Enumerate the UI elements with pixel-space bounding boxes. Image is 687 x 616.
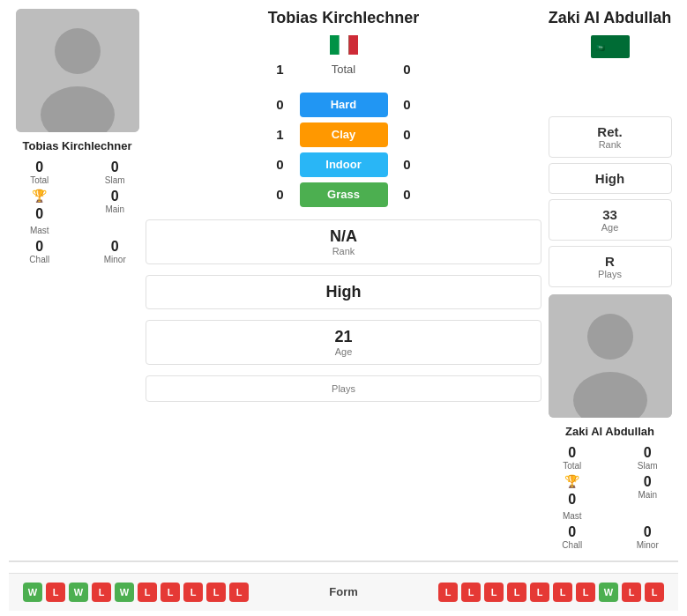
- grass-row: 0 Grass 0: [146, 182, 541, 207]
- total-label: Total: [300, 63, 388, 76]
- player2-total-label: Total: [563, 461, 581, 471]
- player1-avatar: [16, 9, 139, 132]
- form-badge-p2: L: [461, 583, 481, 602]
- player1-header-name: Tobias Kirchlechner: [268, 9, 420, 26]
- player1-stats: 0 Total 0 Slam 🏆 0 Mast 0 Main 0: [9, 160, 146, 264]
- player2-age-box: 33 Age: [549, 199, 672, 241]
- stats-table: 30% (6-14) Career Total W/L 10% (1-9) 0%…: [9, 611, 678, 616]
- player1-plays-box: Plays: [146, 375, 541, 402]
- form-right: LLLLLLLWLL: [390, 583, 665, 602]
- clay-row: 1 Clay 0: [146, 122, 541, 147]
- form-badge-p2: L: [645, 583, 664, 602]
- indoor-badge: Indoor: [300, 152, 388, 177]
- player1-name: Tobias Kirchlechner: [22, 139, 131, 152]
- player1-rank-box: N/A Rank: [146, 219, 541, 264]
- player2-rank-label: Rank: [560, 139, 661, 150]
- player-comparison: Tobias Kirchlechner 0 Total 0 Slam 🏆 0 M…: [9, 9, 678, 550]
- grass-badge: Grass: [300, 182, 388, 207]
- player2-chall-label: Chall: [562, 540, 582, 550]
- svg-point-1: [55, 28, 101, 74]
- clay-right: 0: [399, 127, 416, 142]
- player1-flag: [330, 35, 358, 58]
- player2-minor: 0: [644, 524, 652, 540]
- player2-high-box: High: [549, 163, 672, 194]
- form-badge-p1: W: [69, 583, 88, 602]
- player1-info-boxes: N/A Rank: [146, 219, 541, 270]
- player1-mast: 0: [35, 206, 43, 222]
- player2-area: Zaki Al Abdullah 🇸🇦 Ret. Rank Hig: [541, 9, 678, 550]
- total-right: 0: [399, 62, 416, 77]
- player1-total: 0: [35, 160, 43, 175]
- svg-rect-5: [348, 35, 358, 55]
- player1-slam-label: Slam: [105, 175, 125, 185]
- form-badge-p1: L: [92, 583, 111, 602]
- trophy2-icon: 🏆: [564, 474, 579, 488]
- player2-age-value: 33: [560, 207, 661, 222]
- form-badge-p1: W: [23, 583, 42, 602]
- player2-mast-label: Mast: [563, 511, 582, 521]
- player2-info-panel: Ret. Rank High 33 Age R Plays: [549, 116, 672, 287]
- player2-chall: 0: [568, 524, 576, 540]
- grass-left: 0: [272, 187, 289, 202]
- form-badge-p1: W: [115, 583, 134, 602]
- player2-high-value: High: [560, 171, 661, 186]
- hard-badge: Hard: [300, 93, 388, 117]
- form-badge-p2: L: [622, 583, 641, 602]
- player1-main: 0: [111, 189, 119, 204]
- clay-badge: Clay: [300, 122, 388, 147]
- player1-area: Tobias Kirchlechner 0 Total 0 Slam 🏆 0 M…: [9, 9, 146, 550]
- form-badge-p1: L: [206, 583, 226, 602]
- player1-age-box: 21 Age: [146, 320, 541, 365]
- player2-age-label: Age: [560, 222, 661, 233]
- form-badge-p2: L: [530, 583, 549, 602]
- hard-right: 0: [399, 97, 416, 112]
- player2-main-label: Main: [638, 490, 657, 500]
- form-badge-p1: L: [46, 583, 65, 602]
- player2-plays-value: R: [560, 254, 661, 269]
- player1-minor-label: Minor: [104, 255, 126, 264]
- player1-minor: 0: [111, 239, 119, 255]
- player1-chall-label: Chall: [29, 255, 49, 264]
- player2-header-name: Zaki Al Abdullah: [549, 9, 672, 26]
- form-badge-p1: L: [138, 583, 157, 602]
- form-label: Form: [309, 585, 379, 598]
- player1-slam: 0: [111, 160, 119, 175]
- svg-point-9: [587, 314, 633, 360]
- player1-chall: 0: [35, 239, 43, 255]
- player1-high-value: High: [157, 283, 530, 301]
- player2-rank-box: Ret. Rank: [549, 116, 672, 158]
- svg-text:🇸🇦: 🇸🇦: [596, 43, 605, 52]
- player2-plays-label: Plays: [560, 269, 661, 279]
- player2-main: 0: [644, 474, 652, 490]
- player2-slam: 0: [644, 445, 652, 461]
- form-badge-p1: L: [161, 583, 180, 602]
- form-badge-p2: L: [507, 583, 526, 602]
- indoor-row: 0 Indoor 0: [146, 152, 541, 177]
- player1-high-box: High: [146, 275, 541, 309]
- form-badge-p2: L: [553, 583, 572, 602]
- player1-main-label: Main: [105, 204, 124, 214]
- indoor-left: 0: [272, 157, 289, 172]
- center-panel: Tobias Kirchlechner 1 Total 0 0: [146, 9, 541, 550]
- clay-left: 1: [272, 127, 289, 142]
- total-left: 1: [272, 62, 289, 77]
- grass-right: 0: [399, 187, 416, 202]
- stats-row: 30% (6-14) Career Total W/L 10% (1-9): [9, 611, 678, 616]
- player2-rank-value: Ret.: [560, 124, 661, 139]
- player2-name: Zaki Al Abdullah: [565, 425, 654, 438]
- player2-mast: 0: [568, 492, 576, 508]
- indoor-right: 0: [399, 157, 416, 172]
- player2-flag: 🇸🇦: [591, 35, 630, 60]
- player2-minor-label: Minor: [637, 540, 659, 550]
- player1-mast-label: Mast: [30, 226, 49, 235]
- form-section: WLWLWLLLLL Form LLLLLLLWLL: [9, 573, 678, 611]
- player1-rank-label: Rank: [157, 246, 530, 256]
- form-badge-p2: L: [438, 583, 458, 602]
- player1-age-label: Age: [157, 346, 530, 357]
- player2-stats: 0 Total 0 Slam 🏆 0 Mast 0 Main 0: [541, 445, 678, 550]
- hard-left: 0: [272, 97, 289, 112]
- trophy1-icon: 🏆: [32, 189, 47, 203]
- form-badge-p1: L: [229, 583, 249, 602]
- total-row: 1 Total 0: [272, 62, 416, 77]
- player1-total-label: Total: [30, 175, 49, 185]
